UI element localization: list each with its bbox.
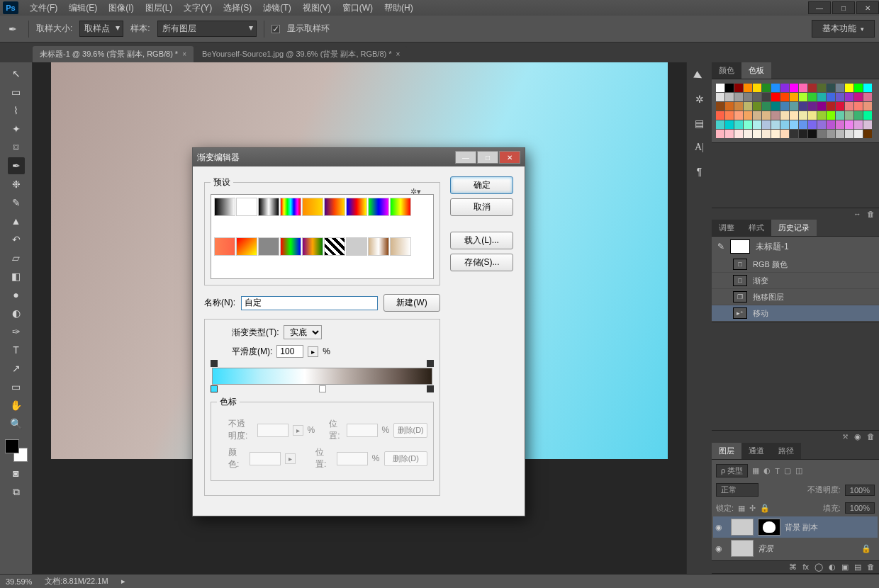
swatch[interactable] [771, 130, 780, 138]
gradient-tool[interactable]: ◧ [8, 268, 25, 285]
swatch[interactable] [771, 120, 780, 129]
eyedropper-tool[interactable]: ✒ [8, 157, 25, 174]
dialog-close[interactable]: ✕ [499, 151, 520, 164]
menu-编辑(E)[interactable]: 编辑(E) [63, 1, 103, 16]
window-close[interactable]: ✕ [856, 1, 879, 14]
swatch[interactable] [790, 84, 798, 92]
swatch[interactable] [734, 84, 743, 92]
swatch[interactable] [836, 130, 844, 138]
dialog-maximize[interactable]: □ [477, 151, 498, 164]
swatch[interactable] [836, 93, 844, 101]
color-stop-mid[interactable] [319, 385, 326, 392]
swatch[interactable] [863, 120, 872, 129]
swatch[interactable] [817, 120, 826, 129]
gradient-preset[interactable] [324, 198, 345, 216]
sample-size-select[interactable]: 取样点 [79, 21, 123, 37]
layers-tab[interactable]: 图层 [712, 443, 741, 459]
gradient-preset[interactable] [258, 198, 279, 216]
swatch[interactable] [799, 130, 807, 138]
swatch[interactable] [771, 93, 780, 101]
gradient-preset[interactable] [302, 237, 323, 256]
panel-icon[interactable]: ⤲ [842, 432, 849, 441]
smoothness-popup-icon[interactable]: ▸ [308, 346, 318, 357]
swatches-tab[interactable]: 色板 [741, 62, 771, 79]
gradient-preset[interactable] [368, 198, 389, 216]
swatch[interactable] [744, 120, 752, 129]
swatch[interactable] [725, 130, 734, 138]
swatch[interactable] [771, 102, 780, 111]
save-button[interactable]: 存储(S)... [450, 254, 513, 271]
swatches-grid[interactable] [712, 79, 879, 142]
swatch[interactable] [854, 130, 863, 138]
menu-图像(I)[interactable]: 图像(I) [103, 1, 139, 16]
adjustments-tab[interactable]: 调整 [712, 220, 741, 236]
swatch[interactable] [845, 130, 853, 138]
document-tab[interactable]: BeYourself-Source1.jpg @ 39.6% (背景 副本, R… [195, 46, 407, 62]
swatch[interactable] [827, 111, 835, 120]
swatch[interactable] [780, 84, 789, 92]
swatch[interactable] [762, 93, 771, 101]
status-menu-icon[interactable]: ▸ [121, 577, 125, 586]
document-tab[interactable]: 未标题-1 @ 39.6% (背景 副本, RGB/8) *× [33, 46, 194, 62]
swatch[interactable] [780, 102, 789, 111]
swatch[interactable] [799, 84, 807, 92]
swatch[interactable] [808, 93, 817, 101]
close-icon[interactable]: × [182, 50, 186, 58]
swatch[interactable] [808, 111, 817, 120]
swatch[interactable] [790, 120, 798, 129]
swatch[interactable] [725, 93, 734, 101]
new-group-icon[interactable]: ▣ [841, 562, 849, 572]
magic-wand-tool[interactable]: ✦ [8, 120, 25, 137]
window-minimize[interactable]: — [808, 1, 831, 14]
swatch[interactable] [790, 130, 798, 138]
swatch[interactable] [827, 120, 835, 129]
swatch[interactable] [716, 93, 724, 101]
menu-文字(Y)[interactable]: 文字(Y) [178, 1, 218, 16]
swatch[interactable] [845, 120, 853, 129]
hand-tool[interactable]: ✋ [8, 397, 25, 414]
swatch[interactable] [753, 130, 761, 138]
gradient-preset[interactable] [236, 198, 257, 216]
swatch[interactable] [845, 102, 853, 111]
swatch[interactable] [790, 111, 798, 120]
foreground-background-colors[interactable] [4, 438, 29, 463]
swatch[interactable] [836, 120, 844, 129]
swatch[interactable] [744, 111, 752, 120]
screen-mode[interactable]: ⧉ [8, 483, 25, 500]
close-icon[interactable]: × [396, 50, 401, 58]
gradient-name-input[interactable] [241, 296, 378, 310]
swatch[interactable] [827, 93, 835, 101]
swatch[interactable] [762, 102, 771, 111]
play-icon[interactable]: ▶ [693, 68, 706, 81]
layer-row[interactable]: ◉背景🔒 [713, 538, 878, 559]
color-tab[interactable]: 颜色 [712, 62, 741, 79]
swatch[interactable] [845, 93, 853, 101]
swatch[interactable] [836, 84, 844, 92]
gradient-preset[interactable] [346, 198, 367, 216]
swatch[interactable] [780, 120, 789, 129]
panel-icon[interactable]: ↔ [853, 210, 861, 218]
history-brush-tool[interactable]: ↶ [8, 231, 25, 248]
swatch[interactable] [725, 120, 734, 129]
swatch[interactable] [725, 111, 734, 120]
menu-图层(L)[interactable]: 图层(L) [140, 1, 179, 16]
filter-smart-icon[interactable]: ◫ [795, 466, 802, 475]
blend-mode-select[interactable]: 正常 [716, 483, 758, 497]
gradient-preset[interactable] [346, 237, 367, 256]
swatch[interactable] [771, 111, 780, 120]
fill-input[interactable]: 100% [845, 502, 875, 514]
filter-adjust-icon[interactable]: ◐ [763, 466, 771, 475]
swatch[interactable] [799, 93, 807, 101]
swatch[interactable] [762, 111, 771, 120]
crop-tool[interactable]: ⌑ [8, 139, 25, 156]
camera-icon[interactable]: ◉ [854, 432, 861, 441]
swatch[interactable] [863, 111, 872, 120]
eraser-tool[interactable]: ▱ [8, 249, 25, 266]
menu-帮助(H)[interactable]: 帮助(H) [379, 1, 419, 16]
swatch[interactable] [744, 84, 752, 92]
blur-tool[interactable]: ● [8, 286, 25, 303]
dodge-tool[interactable]: ◐ [8, 305, 25, 322]
swatch[interactable] [817, 84, 826, 92]
layer-filter-kind[interactable]: ρ 类型 [716, 464, 748, 477]
swatch[interactable] [845, 84, 853, 92]
